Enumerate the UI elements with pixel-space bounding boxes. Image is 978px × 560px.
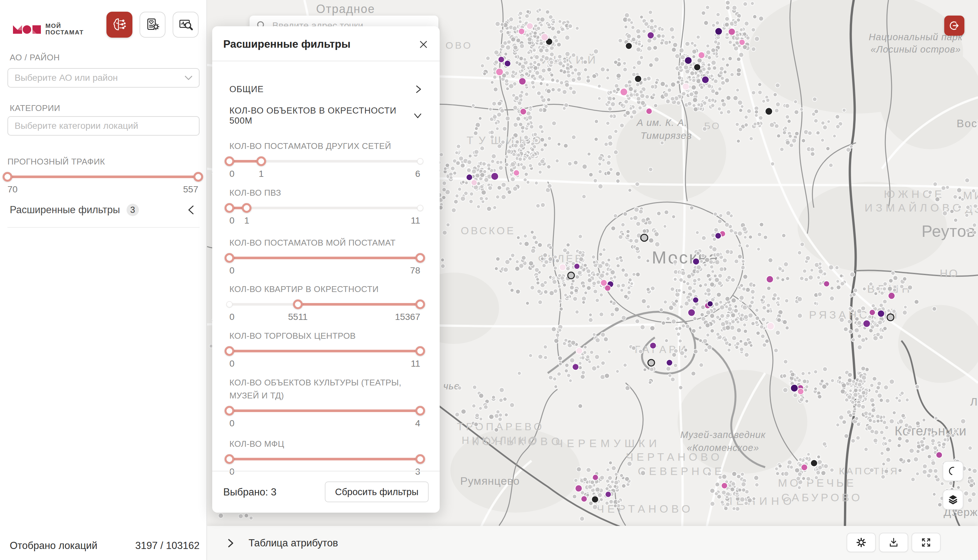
map-point[interactable] — [665, 339, 668, 342]
map-point[interactable] — [661, 34, 665, 38]
map-point[interactable] — [578, 250, 582, 255]
map-point[interactable] — [778, 464, 782, 468]
map-point[interactable] — [507, 190, 511, 194]
map-point[interactable] — [536, 278, 540, 281]
map-point[interactable] — [589, 173, 593, 177]
map-point[interactable] — [535, 182, 538, 185]
map-point[interactable] — [752, 283, 756, 287]
map-point[interactable] — [583, 351, 586, 354]
map-point[interactable] — [454, 200, 458, 204]
map-point[interactable] — [741, 260, 745, 263]
map-point[interactable] — [586, 269, 591, 273]
map-point[interactable] — [908, 285, 913, 290]
map-point[interactable] — [479, 407, 482, 410]
map-point[interactable] — [501, 182, 506, 187]
map-point[interactable] — [766, 303, 770, 307]
map-point[interactable] — [544, 56, 549, 61]
map-point[interactable] — [472, 385, 477, 389]
map-point[interactable] — [898, 437, 902, 441]
map-point[interactable] — [586, 493, 590, 497]
map-point[interactable] — [519, 143, 524, 148]
map-point[interactable] — [922, 470, 927, 474]
map-point[interactable] — [531, 148, 535, 152]
map-point[interactable] — [707, 67, 711, 71]
map-point-highlighted[interactable] — [581, 496, 587, 502]
map-point[interactable] — [593, 49, 598, 54]
map-point[interactable] — [650, 367, 654, 372]
map-point[interactable] — [836, 280, 840, 283]
map-point[interactable] — [503, 397, 507, 401]
map-point[interactable] — [830, 468, 834, 472]
map-point[interactable] — [535, 70, 540, 75]
map-point[interactable] — [950, 209, 954, 213]
map-point[interactable] — [916, 421, 920, 426]
map-point[interactable] — [618, 38, 622, 43]
map-point[interactable] — [544, 105, 548, 108]
map-point[interactable] — [769, 122, 774, 127]
map-point[interactable] — [510, 288, 514, 292]
map-point[interactable] — [507, 40, 511, 44]
map-point[interactable] — [511, 136, 515, 140]
map-point[interactable] — [739, 340, 743, 343]
map-point[interactable] — [497, 144, 501, 148]
map-point-highlighted[interactable] — [798, 388, 804, 395]
map-point[interactable] — [608, 107, 612, 111]
map-point[interactable] — [611, 480, 614, 484]
map-point[interactable] — [584, 291, 588, 295]
map-point[interactable] — [715, 492, 718, 496]
map-point[interactable] — [520, 69, 524, 72]
map-point[interactable] — [703, 263, 707, 267]
map-point[interactable] — [442, 181, 447, 185]
map-point[interactable] — [581, 356, 585, 360]
map-point[interactable] — [494, 428, 498, 432]
map-point[interactable] — [651, 85, 655, 89]
map-point[interactable] — [745, 352, 749, 357]
map-point[interactable] — [725, 17, 730, 21]
map-point[interactable] — [949, 481, 953, 485]
map-point[interactable] — [624, 273, 628, 277]
map-point[interactable] — [558, 20, 561, 23]
map-point[interactable] — [706, 288, 711, 293]
map-point[interactable] — [475, 413, 479, 418]
map-point[interactable] — [487, 207, 491, 211]
map-point[interactable] — [873, 438, 878, 443]
map-point[interactable] — [588, 318, 593, 322]
map-point[interactable] — [606, 161, 611, 165]
map-point[interactable] — [787, 119, 791, 123]
map-point[interactable] — [751, 296, 755, 300]
range-slider[interactable] — [230, 406, 420, 416]
map-point[interactable] — [903, 277, 907, 281]
map-point[interactable] — [606, 121, 610, 125]
map-point[interactable] — [882, 462, 886, 466]
map-point[interactable] — [777, 134, 781, 138]
map-point[interactable] — [755, 308, 759, 312]
map-point[interactable] — [670, 287, 675, 292]
map-point[interactable] — [806, 477, 811, 481]
map-point[interactable] — [829, 265, 834, 270]
map-point[interactable] — [697, 103, 701, 107]
map-point[interactable] — [728, 57, 732, 61]
map-point[interactable] — [609, 500, 613, 504]
map-point[interactable] — [553, 377, 556, 381]
map-point[interactable] — [725, 325, 730, 330]
map-point[interactable] — [954, 218, 958, 222]
map-point[interactable] — [721, 102, 726, 107]
map-point[interactable] — [721, 322, 726, 327]
map-point[interactable] — [725, 305, 728, 308]
map-point[interactable] — [736, 68, 741, 73]
slider-handle-min[interactable] — [225, 203, 234, 213]
map-point[interactable] — [715, 277, 720, 282]
map-point[interactable] — [872, 377, 877, 381]
map-point[interactable] — [838, 376, 842, 380]
map-point[interactable] — [803, 379, 807, 383]
map-point[interactable] — [529, 32, 532, 35]
map-point-highlighted[interactable] — [605, 285, 611, 292]
map-point[interactable] — [740, 313, 744, 317]
map-point[interactable] — [563, 60, 566, 63]
map-point[interactable] — [755, 110, 758, 114]
map-point[interactable] — [701, 236, 706, 240]
map-point-highlighted[interactable] — [520, 108, 526, 115]
map-point[interactable] — [558, 362, 562, 366]
map-point[interactable] — [679, 48, 684, 53]
map-point[interactable] — [498, 413, 502, 417]
